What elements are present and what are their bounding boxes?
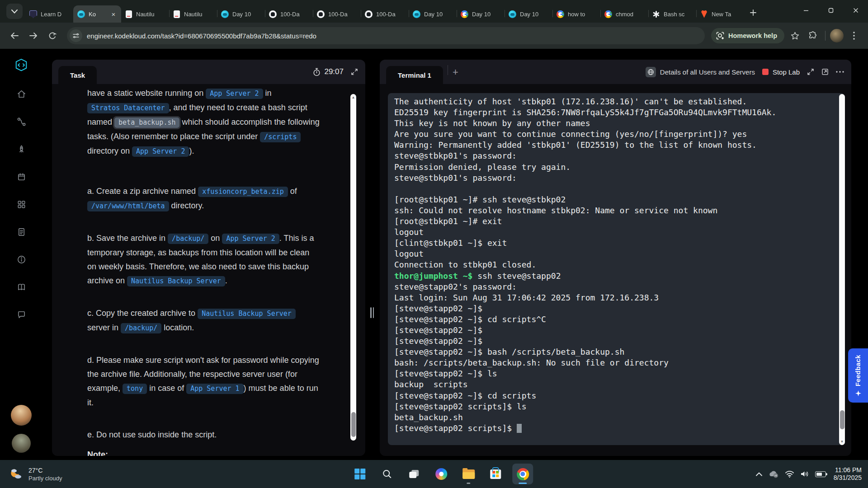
calendar-icon[interactable] (12, 168, 30, 186)
browser-tab[interactable]: Day 10 (457, 5, 505, 23)
terminal-menu-icon[interactable] (836, 71, 844, 73)
tab-close-icon[interactable]: × (110, 10, 117, 18)
task-panel-header: Task 29:07 (52, 60, 365, 84)
terminal-line: The authenticity of host 'stbkp01 (172.1… (394, 96, 844, 107)
terminal-scrollbar-thumb[interactable] (840, 410, 844, 429)
kodekloud-logo[interactable] (13, 57, 29, 73)
task-timer: 29:07 (313, 67, 344, 76)
browser-tab[interactable]: chmod (600, 5, 648, 23)
homework-help-label: Homework help (728, 32, 777, 39)
book-icon[interactable] (12, 278, 30, 296)
task-view-button[interactable] (404, 464, 425, 484)
browser-menu-icon[interactable] (846, 28, 862, 43)
url-text[interactable]: engineer.kodekloud.com/task?id=680670695… (87, 32, 316, 40)
site-info-icon[interactable] (70, 29, 82, 42)
tray-chevron-up-icon[interactable] (756, 472, 762, 476)
chat-icon[interactable] (12, 305, 30, 324)
onedrive-icon[interactable] (768, 470, 779, 478)
info-icon[interactable] (12, 250, 30, 268)
tab-label: Day 10 (472, 11, 500, 18)
task-paragraph-item-b: b. Save the archive in /backup/ on App S… (87, 231, 320, 288)
browser-tab[interactable]: how to (552, 5, 600, 23)
new-tab-button[interactable] (746, 5, 760, 20)
blocks-icon[interactable] (12, 195, 30, 213)
shield-favicon (29, 10, 37, 18)
code-chip: /var/www/html/beta (87, 201, 169, 211)
browser-tab[interactable]: Day 10 (505, 5, 552, 23)
details-link[interactable]: Details of all Users and Servers (646, 67, 755, 77)
browser-tab[interactable]: 100-Da (265, 5, 313, 23)
terminal-line: logout (394, 249, 844, 259)
panel-resize-handle[interactable] (369, 307, 375, 318)
github-favicon (365, 10, 373, 18)
wifi-icon[interactable] (785, 470, 794, 478)
browser-tab[interactable]: Bash sc (648, 5, 696, 23)
expand-task-icon[interactable] (351, 68, 358, 75)
task-paragraph-item-a: a. Create a zip archive named xfusioncor… (87, 184, 320, 213)
bookmark-star-icon[interactable] (787, 28, 802, 43)
minimize-button[interactable] (793, 0, 818, 21)
profile-avatar[interactable] (830, 29, 844, 42)
close-button[interactable] (843, 0, 868, 21)
task-scrollbar[interactable]: ▲ (350, 94, 356, 441)
tab-list: Learn DKo×NautiluNautiluDay 10100-Da100-… (25, 0, 744, 23)
route-icon[interactable] (12, 113, 30, 131)
volume-icon[interactable] (800, 470, 809, 478)
tab-label: Bash sc (664, 11, 692, 18)
chrome-icon (517, 468, 529, 480)
feedback-tab[interactable]: Feedback (848, 348, 868, 403)
store-button[interactable] (485, 464, 506, 484)
address-bar[interactable]: engineer.kodekloud.com/task?id=680670695… (67, 27, 705, 44)
maximize-button[interactable] (818, 0, 843, 21)
weather-desc: Partly cloudy (28, 475, 62, 482)
expand-terminal-icon[interactable] (807, 68, 814, 75)
homework-help-button[interactable]: Homework help (711, 28, 784, 43)
browser-tab[interactable]: Ko× (73, 5, 121, 23)
extensions-icon[interactable] (805, 28, 821, 43)
home-icon[interactable] (12, 85, 30, 103)
scroll-down-arrow-icon[interactable]: ▼ (839, 440, 845, 444)
browser-tab[interactable]: Nautilu (121, 5, 169, 23)
copilot-button[interactable] (431, 464, 452, 484)
scroll-up-arrow-icon[interactable]: ▲ (350, 95, 356, 99)
terminal-line: Last login: Sun Aug 31 17:06:42 2025 fro… (394, 292, 844, 303)
forward-button[interactable] (25, 28, 42, 44)
browser-tab[interactable]: Nautilu (169, 5, 217, 23)
tab-label: how to (568, 11, 596, 18)
weather-widget[interactable]: 27°C Partly cloudy (5, 460, 66, 488)
task-scrollbar-thumb[interactable] (351, 412, 356, 437)
stop-lab-button[interactable]: Stop Lab (762, 68, 800, 76)
terminal-tab[interactable]: Terminal 1 (386, 66, 443, 84)
code-chip: Nautilus Backup Server (127, 276, 225, 286)
tab-search-button[interactable] (6, 4, 23, 19)
browser-tab[interactable]: Day 10 (409, 5, 457, 23)
browser-tab[interactable]: 100-Da (361, 5, 409, 23)
new-terminal-button[interactable]: + (453, 66, 458, 78)
chrome-button[interactable] (512, 464, 533, 484)
search-button[interactable] (377, 464, 397, 484)
taskbar-clock[interactable]: 11:06 PM 8/31/2025 (834, 466, 862, 482)
browser-tab[interactable]: Learn D (25, 5, 73, 23)
file-explorer-button[interactable] (458, 464, 479, 484)
terminal-line: [steve@stapp02 ~]$ (394, 325, 844, 336)
notes-icon[interactable] (12, 223, 30, 241)
terminal-line: [steve@stapp02 ~]$ cd scripts^C (394, 314, 844, 325)
reload-button[interactable] (44, 28, 61, 44)
browser-tab[interactable]: New Ta (696, 5, 744, 23)
terminal-line: ssh: Could not resolve hostname stbkp02:… (394, 205, 844, 216)
browser-tab[interactable]: Day 10 (217, 5, 265, 23)
back-button[interactable] (6, 28, 23, 44)
task-tab[interactable]: Task (58, 66, 97, 84)
rocket-icon[interactable] (12, 140, 30, 158)
plus-icon (750, 9, 756, 16)
user-avatar[interactable] (11, 405, 32, 426)
secondary-avatar[interactable] (12, 434, 31, 453)
start-button[interactable] (349, 464, 370, 484)
terminal-panel: Terminal 1 + Details of all Users and Se… (380, 60, 851, 456)
open-new-window-icon[interactable] (821, 68, 829, 75)
battery-icon[interactable] (815, 471, 826, 477)
browser-tab[interactable]: 100-Da (313, 5, 361, 23)
terminal-scrollbar[interactable]: ▼ (839, 94, 845, 445)
terminal-output[interactable]: The authenticity of host 'stbkp01 (172.1… (388, 93, 844, 445)
stop-icon (762, 69, 769, 75)
